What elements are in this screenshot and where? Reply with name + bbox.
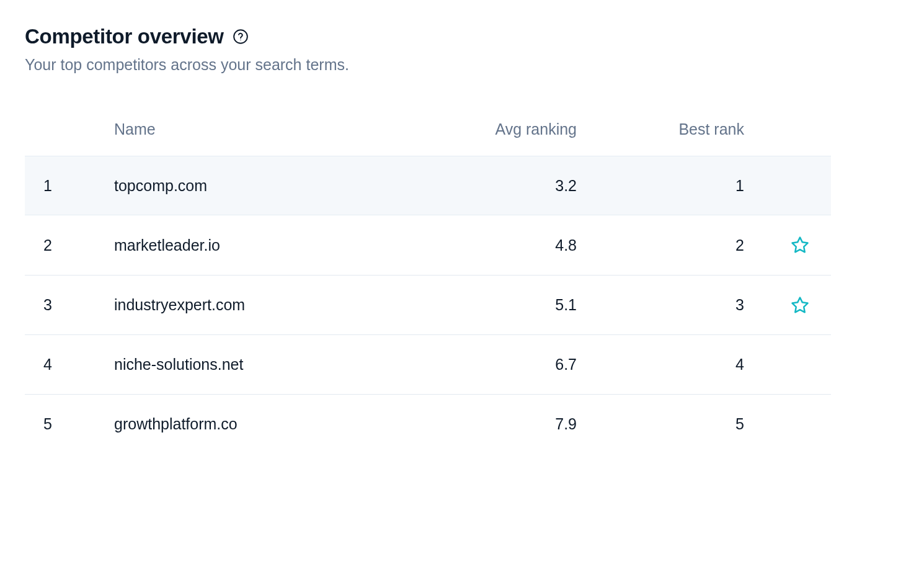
best-rank-value: 1 <box>589 177 757 195</box>
competitor-name: niche-solutions.net <box>112 356 422 374</box>
avg-ranking-value: 7.9 <box>422 415 589 433</box>
table-row[interactable]: 5growthplatform.co7.95 <box>25 394 831 454</box>
avg-ranking-value: 5.1 <box>422 296 589 314</box>
svg-marker-3 <box>793 297 808 312</box>
page-subtitle: Your top competitors across your search … <box>25 56 899 74</box>
best-rank-value: 2 <box>589 236 757 254</box>
row-index: 2 <box>25 236 112 254</box>
competitor-name: topcomp.com <box>112 177 422 195</box>
competitor-name: marketleader.io <box>112 236 422 254</box>
row-index: 3 <box>25 296 112 314</box>
table-row[interactable]: 3industryexpert.com5.13 <box>25 275 831 334</box>
table-header: Name Avg ranking Best rank <box>25 108 831 156</box>
table-row[interactable]: 4niche-solutions.net6.74 <box>25 334 831 394</box>
svg-point-1 <box>240 40 241 40</box>
best-rank-value: 5 <box>589 415 757 433</box>
competitor-name: growthplatform.co <box>112 415 422 433</box>
table-row[interactable]: 1topcomp.com3.21 <box>25 156 831 215</box>
row-index: 4 <box>25 356 112 374</box>
help-icon[interactable] <box>233 29 249 45</box>
star-icon[interactable] <box>791 236 809 254</box>
competitor-table: Name Avg ranking Best rank 1topcomp.com3… <box>25 108 831 454</box>
best-rank-value: 4 <box>589 356 757 374</box>
svg-point-0 <box>234 30 247 43</box>
column-header-best-rank: Best rank <box>589 120 757 138</box>
column-header-avg-ranking: Avg ranking <box>422 120 589 138</box>
avg-ranking-value: 4.8 <box>422 236 589 254</box>
row-index: 5 <box>25 415 112 433</box>
avg-ranking-value: 3.2 <box>422 177 589 195</box>
avg-ranking-value: 6.7 <box>422 356 589 374</box>
column-header-name: Name <box>112 120 422 138</box>
row-index: 1 <box>25 177 112 195</box>
page-title: Competitor overview <box>25 25 224 48</box>
star-icon[interactable] <box>791 296 809 315</box>
table-row[interactable]: 2marketleader.io4.82 <box>25 215 831 275</box>
best-rank-value: 3 <box>589 296 757 314</box>
svg-marker-2 <box>793 238 808 253</box>
competitor-name: industryexpert.com <box>112 296 422 314</box>
